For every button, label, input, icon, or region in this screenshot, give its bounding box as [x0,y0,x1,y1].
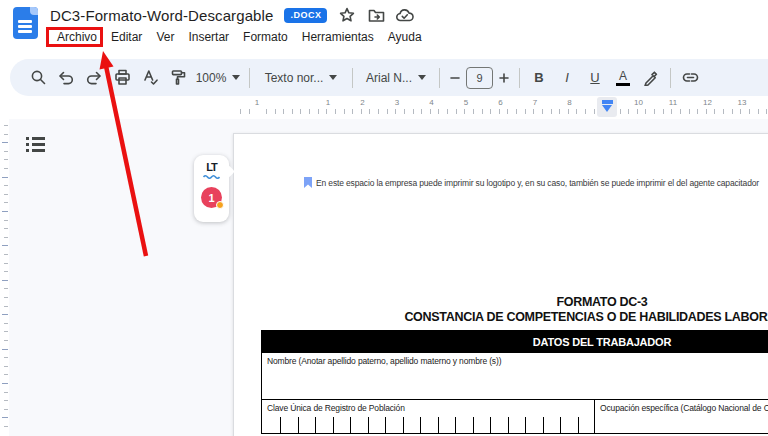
vertical-ruler [0,119,9,436]
languagetool-logo: LT [206,162,217,173]
google-docs-icon[interactable] [13,7,38,39]
table-section-header: DATOS DEL TRABAJADOR [261,330,768,353]
increase-font-size-button[interactable] [494,65,514,91]
document-page[interactable]: En este espacio la empresa puede imprimi… [233,133,768,436]
premium-dot-icon [216,201,224,209]
languagetool-widget[interactable]: LT 1 [194,155,229,222]
table-cell-nombre[interactable]: Nombre (Anotar apellido paterno, apellid… [261,353,768,400]
docx-format-badge: .DOCX [284,8,327,23]
italic-button[interactable]: I [553,65,581,91]
indent-marker[interactable] [597,97,617,117]
worker-data-table: DATOS DEL TRABAJADOR Nombre (Anotar apel… [261,330,768,434]
curp-character-boxes [262,417,594,433]
document-outline-icon[interactable] [26,137,48,157]
underline-button[interactable]: U [581,65,609,91]
chevron-down-icon [329,75,337,80]
form-title-line1: FORMATO DC-3 [261,295,768,309]
paint-format-button[interactable] [164,65,192,91]
table-cell-curp[interactable]: Clave Única de Registro de Población [262,400,595,433]
move-folder-icon[interactable] [367,6,385,24]
redo-button[interactable] [80,65,108,91]
menu-ver[interactable]: Ver [149,28,181,46]
insert-link-icon[interactable] [676,65,704,91]
menu-formato[interactable]: Formato [236,28,295,46]
table-row-curp: Clave Única de Registro de Población Ocu… [261,400,768,434]
document-canvas: En este espacio la empresa puede imprimi… [0,119,768,436]
search-menus-button[interactable] [24,65,52,91]
print-button[interactable] [108,65,136,91]
chevron-down-icon [418,75,426,80]
horizontal-ruler: 112345678910111213 [0,96,768,119]
star-icon[interactable] [338,6,356,24]
document-title[interactable]: DC3-Formato-Word-Descargable [50,7,273,24]
spellcheck-button[interactable] [136,65,164,91]
zoom-select[interactable]: 100% [192,65,244,91]
menu-ayuda[interactable]: Ayuda [381,28,429,46]
decrease-font-size-button[interactable] [445,65,465,91]
font-size-input[interactable]: 9 [465,65,494,91]
menu-insertar[interactable]: Insertar [181,28,236,46]
error-count-badge[interactable]: 1 [201,187,222,208]
chevron-down-icon [232,75,240,80]
archivo-highlight-box [46,27,103,47]
text-color-button[interactable]: A [609,65,637,91]
table-cell-ocupacion[interactable]: Ocupación específica (Catálogo Nacional … [595,400,768,433]
form-title-line2: CONSTANCIA DE COMPETENCIAS O DE HABILIDA… [261,310,768,324]
paragraph-style-select[interactable]: Texto nor... [255,65,347,91]
top-bar: DC3-Formato-Word-Descargable .DOCX Archi… [0,0,768,56]
intro-paragraph: En este espacio la empresa puede imprimi… [304,178,759,188]
undo-button[interactable] [52,65,80,91]
highlight-color-button[interactable] [637,65,665,91]
menu-bar: Archivo Editar Ver Insertar Formato Herr… [50,28,429,46]
bold-button[interactable]: B [525,65,553,91]
menu-herramientas[interactable]: Herramientas [295,28,381,46]
bookmark-icon [304,177,312,188]
font-select[interactable]: Arial N... [358,65,434,91]
menu-editar[interactable]: Editar [104,28,149,46]
toolbar: 100% Texto nor... Arial N... 9 B I U A [10,59,768,96]
cloud-saved-icon[interactable] [396,6,414,24]
